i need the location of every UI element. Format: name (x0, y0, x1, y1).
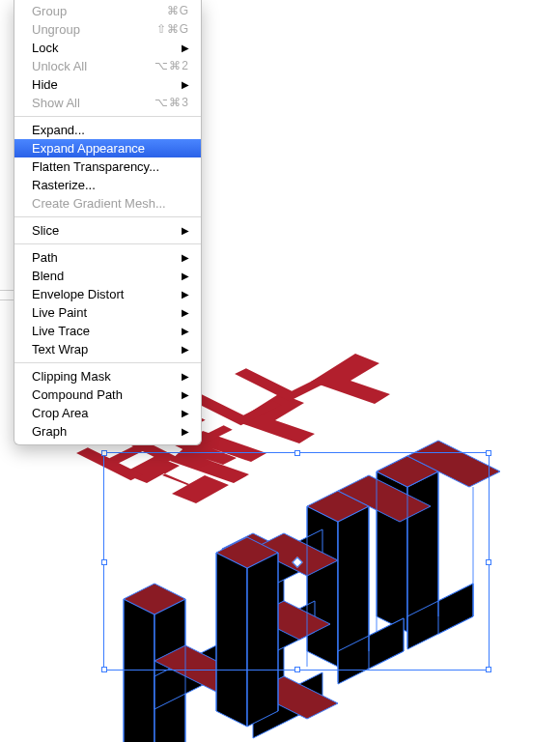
menu-item-label: Envelope Distort (32, 286, 124, 302)
menu-item-label: Blend (32, 268, 64, 284)
menu-item-label: Lock (32, 40, 58, 56)
selection-handle-sw[interactable] (101, 667, 107, 672)
menu-item-label: Expand... (32, 122, 85, 138)
menu-item-blend[interactable]: Blend▶ (14, 267, 201, 285)
menu-item-label: Create Gradient Mesh... (32, 195, 166, 212)
menu-item-hide[interactable]: Hide▶ (14, 75, 201, 94)
chevron-right-icon: ▶ (182, 249, 189, 266)
selection-handle-ne[interactable] (486, 450, 491, 456)
chevron-right-icon: ▶ (182, 268, 189, 284)
chevron-right-icon: ▶ (182, 40, 189, 56)
menu-item-label: Group (32, 3, 67, 19)
menu-item-label: Crop Area (32, 405, 89, 421)
menu-item-label: Live Paint (32, 304, 87, 321)
chevron-right-icon: ▶ (182, 423, 189, 440)
menu-item-expand-appearance[interactable]: Expand Appearance (14, 139, 201, 157)
menu-item-shortcut: ⌘G (167, 3, 189, 19)
menu-item-label: Graph (32, 423, 67, 440)
menu-item-live-paint[interactable]: Live Paint▶ (14, 303, 201, 322)
selection-handle-nw[interactable] (101, 450, 107, 456)
menu-item-label: Clipping Mask (32, 368, 111, 385)
menu-item-expand[interactable]: Expand... (14, 121, 201, 139)
menu-separator (14, 362, 201, 363)
menu-item-lock[interactable]: Lock▶ (14, 39, 201, 57)
chevron-right-icon: ▶ (182, 386, 189, 403)
selection-center[interactable] (292, 556, 302, 567)
menu-item-label: Rasterize... (32, 177, 96, 193)
menu-item-shortcut: ⌥⌘2 (154, 58, 189, 74)
object-menu[interactable]: Group⌘GUngroup⇧⌘GLock▶Unlock All⌥⌘2Hide▶… (14, 0, 202, 445)
menu-item-flatten-transparency[interactable]: Flatten Transparency... (14, 157, 201, 176)
menu-item-label: Path (32, 249, 58, 266)
menu-item-group: Group⌘G (14, 2, 201, 20)
menu-item-envelope-distort[interactable]: Envelope Distort▶ (14, 285, 201, 303)
menu-item-label: Ungroup (32, 21, 80, 38)
menu-item-label: Hide (32, 76, 58, 93)
menu-item-label: Live Trace (32, 323, 90, 339)
selection-handle-e[interactable] (486, 559, 491, 565)
menu-item-label: Compound Path (32, 386, 123, 403)
selection-handle-w[interactable] (101, 559, 107, 565)
menu-item-label: Expand Appearance (32, 140, 145, 157)
menu-item-clipping-mask[interactable]: Clipping Mask▶ (14, 367, 201, 385)
menu-item-label: Slice (32, 222, 59, 239)
menu-separator (14, 243, 201, 244)
selection-bounding-box[interactable] (103, 452, 490, 671)
chevron-right-icon: ▶ (182, 76, 189, 93)
selection-handle-s[interactable] (294, 667, 300, 672)
menu-item-shortcut: ⌥⌘3 (154, 95, 189, 111)
selection-handle-n[interactable] (294, 450, 300, 456)
chevron-right-icon: ▶ (182, 368, 189, 385)
menu-item-label: Flatten Transparency... (32, 158, 159, 175)
chevron-right-icon: ▶ (182, 222, 189, 239)
menu-item-slice[interactable]: Slice▶ (14, 221, 201, 240)
menu-item-crop-area[interactable]: Crop Area▶ (14, 404, 201, 422)
menu-item-live-trace[interactable]: Live Trace▶ (14, 322, 201, 340)
chevron-right-icon: ▶ (182, 323, 189, 339)
menu-item-shortcut: ⇧⌘G (156, 21, 189, 38)
menu-item-path[interactable]: Path▶ (14, 248, 201, 267)
menu-item-label: Show All (32, 95, 80, 111)
menu-item-compound-path[interactable]: Compound Path▶ (14, 385, 201, 404)
menu-item-create-gradient-mesh: Create Gradient Mesh... (14, 194, 201, 213)
menu-item-text-wrap[interactable]: Text Wrap▶ (14, 340, 201, 358)
menu-item-show-all: Show All⌥⌘3 (14, 94, 201, 112)
menu-item-label: Unlock All (32, 58, 87, 74)
menu-item-unlock-all: Unlock All⌥⌘2 (14, 57, 201, 75)
chevron-right-icon: ▶ (182, 304, 189, 321)
menu-separator (14, 116, 201, 117)
menu-item-label: Text Wrap (32, 341, 88, 357)
chevron-right-icon: ▶ (182, 405, 189, 421)
menu-item-graph[interactable]: Graph▶ (14, 422, 201, 441)
chevron-right-icon: ▶ (182, 286, 189, 302)
chevron-right-icon: ▶ (182, 341, 189, 357)
menu-item-ungroup: Ungroup⇧⌘G (14, 20, 201, 39)
selection-handle-se[interactable] (486, 667, 491, 672)
menu-item-rasterize[interactable]: Rasterize... (14, 176, 201, 194)
menu-separator (14, 216, 201, 217)
